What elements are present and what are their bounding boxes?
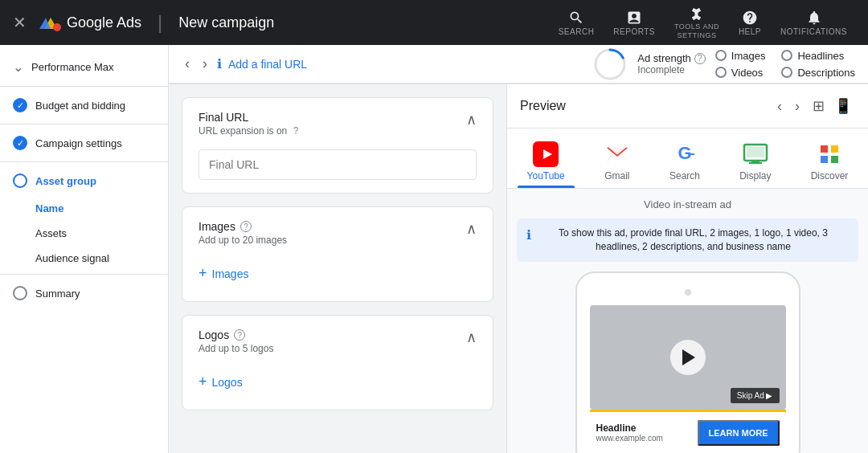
top-navigation: ✕ Google Ads | New campaign SEARCH REPOR… bbox=[0, 0, 868, 45]
ad-strength-circle bbox=[592, 47, 628, 82]
plus-icon-images: + bbox=[199, 265, 207, 282]
sidebar-asset-group-label: Asset group bbox=[35, 175, 96, 187]
channel-tab-discover[interactable]: Discover bbox=[801, 135, 858, 188]
images-section: Images ? Add up to 20 images ∧ + Images bbox=[182, 206, 493, 302]
ad-headline: Headline bbox=[596, 422, 663, 434]
url-help-icon[interactable]: ? bbox=[293, 125, 299, 137]
final-url-subtitle: URL expansion is on ? bbox=[199, 125, 298, 137]
channel-tab-gmail[interactable]: Gmail bbox=[595, 135, 640, 188]
reports-nav-icon bbox=[626, 10, 642, 26]
images-help-icon[interactable]: ? bbox=[240, 221, 252, 232]
channel-tab-search[interactable]: G Search bbox=[660, 135, 710, 188]
ad-strength-section: Ad strength ? Incomplete Images bbox=[592, 47, 855, 82]
sidebar-subitem-name[interactable]: Name bbox=[35, 196, 168, 221]
channel-tab-youtube[interactable]: YouTube bbox=[518, 135, 575, 188]
help-nav-icon bbox=[742, 10, 758, 26]
svg-point-2 bbox=[53, 23, 61, 31]
images-body: + Images bbox=[182, 259, 493, 301]
ad-bottom-bar: Headline www.example.com LEARN MORE bbox=[590, 412, 786, 453]
main-panel: Final URL URL expansion is on ? ∧ bbox=[169, 84, 506, 453]
final-url-section: Final URL URL expansion is on ? ∧ bbox=[182, 97, 493, 194]
google-ads-logo: Google Ads bbox=[39, 11, 141, 34]
logos-header: Logos ? Add up to 5 logos ∧ bbox=[182, 316, 493, 367]
preview-header: Preview ‹ › ⊞ 📱 bbox=[507, 84, 868, 129]
preview-view-buttons: ⊞ 📱 bbox=[809, 94, 855, 118]
images-radio bbox=[715, 50, 727, 61]
budget-bidding-check-icon bbox=[13, 98, 27, 112]
images-label: Images bbox=[731, 50, 766, 62]
preview-grid-view-button[interactable]: ⊞ bbox=[809, 94, 828, 118]
sidebar: ⌄ Performance Max Budget and bidding Cam… bbox=[0, 45, 169, 453]
sidebar-subitem-audience-signal[interactable]: Audience signal bbox=[35, 246, 168, 271]
logos-subtitle: Add up to 5 logos bbox=[199, 343, 273, 354]
search-nav-button[interactable]: SEARCH bbox=[551, 5, 603, 41]
display-icon bbox=[743, 141, 768, 167]
reports-nav-button[interactable]: REPORTS bbox=[605, 5, 663, 41]
channel-tab-display[interactable]: Display bbox=[730, 135, 780, 188]
sidebar-summary-label: Summary bbox=[35, 288, 80, 300]
sidebar-performance-max-label: Performance Max bbox=[31, 61, 114, 73]
ad-strength-headlines-item: Headlines bbox=[781, 50, 855, 62]
tools-nav-label: TOOLS ANDSETTINGS bbox=[674, 22, 719, 40]
campaign-title: New campaign bbox=[178, 14, 274, 31]
learn-more-button[interactable]: LEARN MORE bbox=[698, 420, 780, 446]
headlines-radio bbox=[781, 50, 792, 61]
logos-title: Logos ? bbox=[199, 329, 273, 341]
svg-text:G: G bbox=[678, 143, 691, 163]
breadcrumb-forward-button[interactable]: › bbox=[199, 52, 211, 76]
skip-ad-button[interactable]: Skip Ad ▶ bbox=[731, 388, 780, 403]
sidebar-campaign-settings-label: Campaign settings bbox=[35, 137, 122, 149]
sidebar-subitem-assets[interactable]: Assets bbox=[35, 221, 168, 246]
headlines-label: Headlines bbox=[797, 50, 844, 62]
logos-section: Logos ? Add up to 5 logos ∧ + Logos bbox=[182, 315, 493, 410]
logos-help-icon[interactable]: ? bbox=[234, 329, 245, 341]
discover-icon bbox=[817, 141, 842, 167]
ad-type-label: Video in-stream ad bbox=[517, 198, 858, 210]
sidebar-item-campaign-settings[interactable]: Campaign settings bbox=[0, 128, 168, 158]
final-url-title: Final URL bbox=[199, 111, 298, 124]
notifications-nav-label: NOTIFICATIONS bbox=[780, 27, 847, 36]
sidebar-item-performance-max[interactable]: ⌄ Performance Max bbox=[0, 51, 168, 83]
logos-collapse-button[interactable]: ∧ bbox=[466, 329, 477, 346]
breadcrumb-back-button[interactable]: ‹ bbox=[182, 52, 193, 76]
preview-prev-button[interactable]: ‹ bbox=[774, 95, 785, 118]
video-placeholder: Skip Ad ▶ bbox=[590, 305, 786, 410]
youtube-icon bbox=[533, 141, 559, 167]
videos-radio bbox=[715, 67, 727, 78]
notifications-nav-button[interactable]: NOTIFICATIONS bbox=[772, 5, 855, 41]
ad-strength-help-icon[interactable]: ? bbox=[694, 53, 706, 64]
sidebar-item-asset-group[interactable]: Asset group bbox=[0, 165, 168, 196]
help-nav-label: HELP bbox=[739, 27, 761, 36]
discover-tab-label: Discover bbox=[811, 170, 849, 182]
images-collapse-button[interactable]: ∧ bbox=[466, 220, 477, 238]
ad-strength-status: Incomplete bbox=[637, 64, 706, 76]
sidebar-item-budget-bidding[interactable]: Budget and bidding bbox=[0, 90, 168, 120]
descriptions-label: Descriptions bbox=[797, 67, 855, 79]
ad-strength-videos-item: Videos bbox=[715, 67, 766, 79]
breadcrumb-info-icon: ℹ bbox=[217, 56, 222, 71]
close-button[interactable]: ✕ bbox=[13, 13, 27, 32]
play-triangle-icon bbox=[682, 349, 695, 365]
preview-nav: ‹ › ⊞ 📱 bbox=[774, 94, 855, 118]
breadcrumb-add-final-url[interactable]: Add a final URL bbox=[228, 58, 307, 71]
tools-nav-button[interactable]: TOOLS ANDSETTINGS bbox=[666, 0, 727, 45]
add-images-button[interactable]: + Images bbox=[199, 259, 477, 288]
sidebar-item-summary[interactable]: Summary bbox=[0, 278, 168, 308]
images-subtitle: Add up to 20 images bbox=[199, 235, 287, 246]
preview-next-button[interactable]: › bbox=[792, 95, 803, 118]
ad-strength-info: Ad strength ? Incomplete bbox=[637, 52, 706, 76]
preview-mobile-view-button[interactable]: 📱 bbox=[831, 94, 855, 118]
final-url-input[interactable] bbox=[199, 149, 477, 180]
sidebar-divider-2 bbox=[0, 124, 168, 124]
logos-body: + Logos bbox=[182, 367, 493, 410]
add-logos-button[interactable]: + Logos bbox=[199, 367, 477, 397]
ad-strength-descriptions-item: Descriptions bbox=[781, 67, 855, 79]
search-nav-icon bbox=[568, 10, 584, 26]
display-tab-label: Display bbox=[739, 170, 771, 182]
sidebar-sub-items: Name Assets Audience signal bbox=[0, 196, 168, 271]
info-banner-text: To show this ad, provide final URL, 2 im… bbox=[538, 226, 849, 254]
help-nav-button[interactable]: HELP bbox=[731, 5, 769, 41]
play-button[interactable] bbox=[670, 340, 706, 375]
reports-nav-label: REPORTS bbox=[613, 27, 655, 36]
final-url-collapse-button[interactable]: ∧ bbox=[466, 111, 477, 129]
